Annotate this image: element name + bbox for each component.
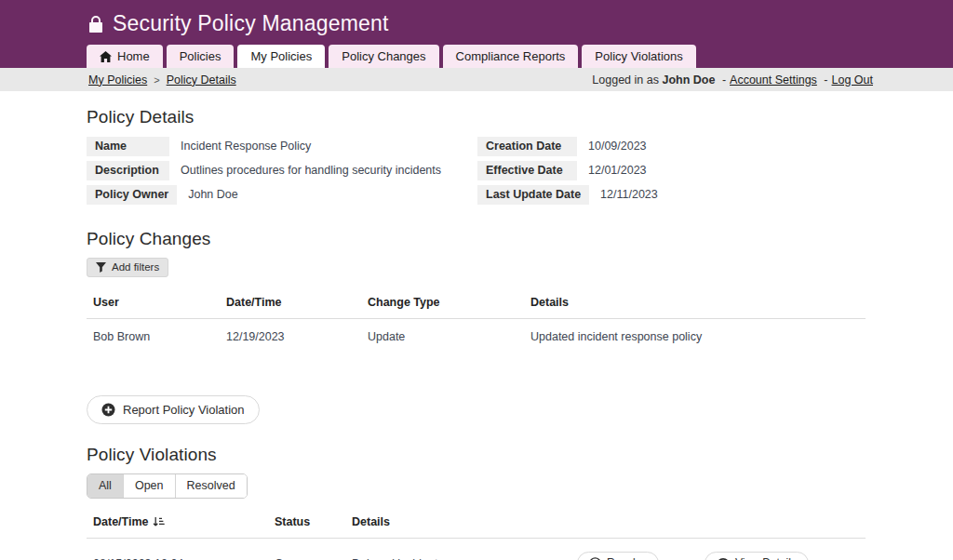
add-filters-label: Add filters [112,261,159,273]
field-name: Name Incident Response Policy [87,137,477,156]
resolve-button[interactable]: Resolve [577,552,659,560]
page-title: Security Policy Management [113,11,389,36]
field-value: 10/09/2023 [577,137,647,156]
field-policy-owner: Policy Owner John Doe [87,185,477,205]
field-label: Creation Date [477,137,577,156]
policy-violations-table-header: Date/Time Status Details [87,515,866,528]
cell-status: Open [275,557,352,560]
check-circle-icon [589,557,601,560]
field-creation-date: Creation Date 10/09/2023 [477,137,658,156]
tab-label: Home [117,49,150,63]
breadcrumb-separator: > [154,74,159,86]
table-row: Bob Brown 12/19/2023 Update Updated inci… [87,319,866,343]
tab-label: Policy Violations [595,49,682,63]
main-content: Policy Details Name Incident Response Po… [0,91,953,560]
column-header-label: Date/Time [93,515,149,528]
field-effective-date: Effective Date 12/01/2023 [477,161,658,180]
column-header-user: User [93,296,226,309]
session-separator: - [722,73,726,87]
table-row: 08/15/2023 12:04pm Open Delayed incident… [87,539,866,560]
tab-policy-changes[interactable]: Policy Changes [329,45,438,68]
field-value: John Doe [177,185,238,205]
app-header: Security Policy Management Home Policies… [0,0,953,68]
policy-details-panel: Name Incident Response Policy Descriptio… [87,137,866,205]
details-left-column: Name Incident Response Policy Descriptio… [87,137,477,205]
cell-change-type: Update [368,330,530,343]
cell-datetime: 08/15/2023 12:04pm [93,557,275,560]
tab-label: My Policies [250,49,312,63]
filter-open[interactable]: Open [124,474,176,498]
view-details-label: View Details [735,556,797,560]
tab-label: Policy Changes [342,49,425,63]
column-header-change-type: Change Type [368,296,530,309]
session-separator: - [824,73,827,87]
filter-all[interactable]: All [87,474,124,498]
report-policy-violation-label: Report Policy Violation [123,403,245,417]
policy-violations-heading: Policy Violations [87,445,866,465]
tab-row: Home Policies My Policies Policy Changes… [87,45,696,68]
view-details-button[interactable]: View Details [705,552,809,560]
filter-resolved[interactable]: Resolved [176,474,247,498]
field-label: Effective Date [477,161,577,180]
cell-user: Bob Brown [93,330,226,343]
violations-filter-group: All Open Resolved [87,473,248,499]
tab-label: Compliance Reports [456,49,566,63]
app-title: Security Policy Management [87,11,389,36]
policy-details-heading: Policy Details [87,107,866,127]
breadcrumb: My Policies>Policy Details [88,73,236,87]
field-value: Incident Response Policy [169,137,311,156]
report-policy-violation-button[interactable]: Report Policy Violation [87,395,260,424]
policy-changes-heading: Policy Changes [87,229,866,249]
field-label: Policy Owner [87,185,177,205]
cell-datetime: 12/19/2023 [226,330,368,343]
column-header-details: Details [352,515,577,528]
filter-icon [96,262,106,273]
column-header-details: Details [530,296,859,309]
tab-my-policies[interactable]: My Policies [237,45,325,68]
plus-circle-icon [101,403,115,417]
details-right-column: Creation Date 10/09/2023 Effective Date … [477,137,658,205]
field-last-update-date: Last Update Date 12/11/2023 [477,185,658,205]
account-settings-link[interactable]: Account Settings [730,73,817,87]
field-label: Last Update Date [477,185,589,205]
tab-compliance-reports[interactable]: Compliance Reports [443,45,579,68]
breadcrumb-link-my-policies[interactable]: My Policies [88,73,147,87]
breadcrumb-bar: My Policies>Policy Details Logged in as … [0,68,953,91]
policy-changes-table-header: User Date/Time Change Type Details [87,296,866,309]
field-value: Outlines procedures for handling securit… [169,161,441,180]
add-filters-button[interactable]: Add filters [87,258,168,277]
tab-label: Policies [180,49,221,63]
session-prefix: Logged in as [592,73,659,87]
field-label: Description [87,161,169,180]
session-info: Logged in as John Doe -Account Settings … [592,73,873,87]
lock-icon [87,15,104,33]
field-label: Name [87,137,169,156]
column-header-datetime: Date/Time [226,296,368,309]
logout-link[interactable]: Log Out [832,73,873,87]
field-description: Description Outlines procedures for hand… [87,161,477,180]
column-header-status: Status [275,515,352,528]
cell-details: Updated incident response policy [530,330,859,343]
tab-home[interactable]: Home [87,45,163,68]
home-icon [100,51,112,62]
field-value: 12/11/2023 [589,185,658,205]
cell-details: Delayed incident response [352,557,577,560]
tab-policies[interactable]: Policies [167,45,235,68]
tab-policy-violations[interactable]: Policy Violations [582,45,695,68]
policy-violations-table: Date/Time Status Details 08/15/2023 12:0… [87,515,866,560]
sort-icon [153,516,165,527]
breadcrumb-link-policy-details[interactable]: Policy Details [167,73,236,87]
policy-changes-table: User Date/Time Change Type Details Bob B… [87,296,866,343]
field-value: 12/01/2023 [577,161,647,180]
resolve-label: Resolve [607,556,647,560]
column-header-datetime-sortable[interactable]: Date/Time [93,515,275,528]
session-username: John Doe [662,73,715,87]
